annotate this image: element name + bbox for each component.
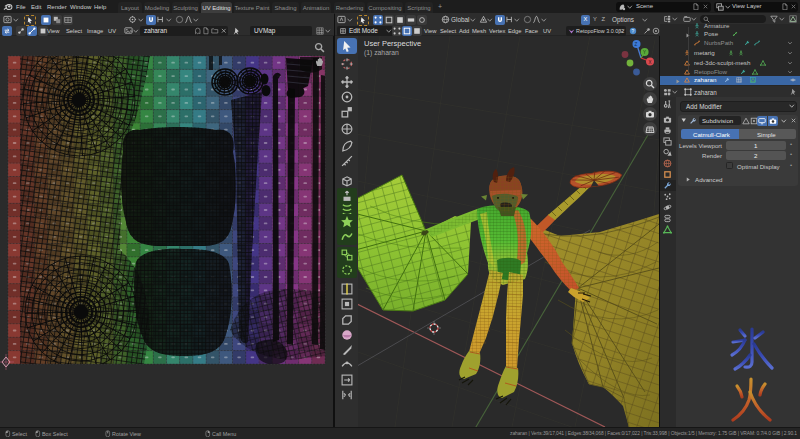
svg-text:Z: Z	[635, 42, 638, 47]
svg-text:?: ?	[632, 28, 635, 33]
svg-text:Y: Y	[643, 50, 646, 55]
svg-text:User Perspective: User Perspective	[364, 39, 421, 48]
svg-text:X: X	[649, 60, 652, 65]
svg-text:(1) zaharan: (1) zaharan	[364, 49, 399, 57]
